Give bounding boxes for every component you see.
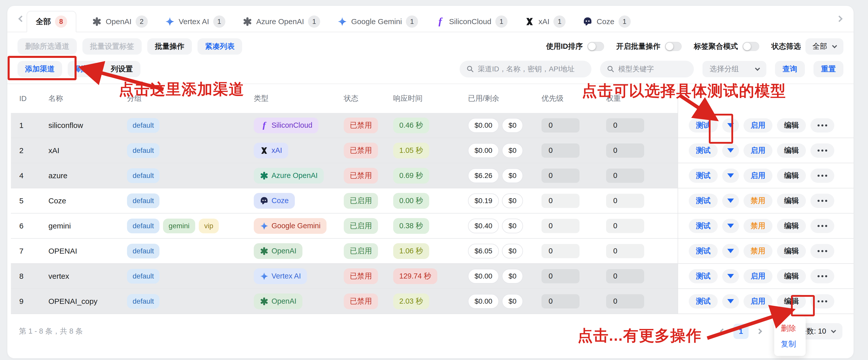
tab-xai[interactable]: xAI1 [516, 11, 574, 32]
tag-aggregate-toggle[interactable] [743, 42, 759, 51]
delete-selected-button[interactable]: 删除所选通道 [18, 38, 77, 55]
more-actions-button[interactable] [810, 194, 834, 208]
weight-value[interactable]: 0 [606, 194, 644, 208]
response-time-badge[interactable]: 0.38 秒 [393, 218, 429, 234]
used-quota-pill: $0.00 [468, 269, 499, 284]
test-model-caret-button[interactable] [722, 194, 739, 208]
tab-全部[interactable]: 全部8 [27, 11, 76, 32]
more-actions-button[interactable] [810, 143, 834, 158]
disable-button[interactable]: 禁用 [744, 219, 772, 233]
menu-item-delete[interactable]: 删除 [774, 321, 806, 336]
disable-button[interactable]: 禁用 [744, 194, 772, 208]
row-actions: 测试 启用 编辑 [678, 138, 854, 163]
priority-value[interactable]: 0 [541, 143, 580, 158]
page-prev-button[interactable] [720, 329, 725, 334]
priority-value[interactable]: 0 [541, 219, 580, 233]
weight-value[interactable]: 0 [606, 143, 644, 158]
tab-coze[interactable]: Coze1 [574, 11, 639, 32]
weight-value[interactable]: 0 [606, 294, 644, 308]
test-button[interactable]: 测试 [689, 143, 718, 158]
compact-list-button[interactable]: 紧凑列表 [197, 38, 242, 55]
use-id-sort-toggle[interactable] [587, 42, 604, 51]
batch-set-tag-button[interactable]: 批量设置标签 [83, 38, 142, 55]
priority-value[interactable]: 0 [541, 269, 580, 283]
priority-value[interactable]: 0 [541, 118, 580, 133]
group-select[interactable]: 选择分组 [703, 61, 766, 77]
test-model-caret-button[interactable] [722, 169, 739, 183]
page-number-button[interactable]: 1 [734, 324, 749, 339]
response-time-badge[interactable]: 0.69 秒 [393, 168, 429, 184]
priority-value[interactable]: 0 [541, 294, 580, 308]
weight-value[interactable]: 0 [606, 118, 644, 133]
weight-value[interactable]: 0 [606, 169, 644, 183]
page-next-button[interactable] [756, 329, 762, 334]
batch-operations-button[interactable]: 批量操作 [147, 38, 192, 55]
priority-value[interactable]: 0 [541, 194, 580, 208]
test-button[interactable]: 测试 [689, 194, 718, 208]
enable-button[interactable]: 启用 [744, 118, 772, 133]
test-model-caret-button[interactable] [722, 219, 739, 233]
test-model-caret-button[interactable] [722, 294, 739, 308]
tab-siliconcloud[interactable]: fSiliconCloud1 [427, 11, 516, 32]
test-button[interactable]: 测试 [689, 219, 718, 233]
edit-button[interactable]: 编辑 [777, 169, 806, 183]
enable-button[interactable]: 启用 [744, 143, 772, 158]
weight-value[interactable]: 0 [606, 269, 644, 283]
tab-vertex-ai[interactable]: Vertex AI1 [156, 11, 234, 32]
enable-button[interactable]: 启用 [744, 169, 772, 183]
edit-button[interactable]: 编辑 [777, 219, 806, 233]
response-time-badge[interactable]: 0.00 秒 [393, 193, 429, 209]
enable-button[interactable]: 启用 [744, 294, 772, 308]
test-model-caret-button[interactable] [722, 244, 739, 258]
response-time-badge[interactable]: 1.05 秒 [393, 143, 429, 159]
response-time-badge[interactable]: 129.74 秒 [393, 268, 437, 284]
tabs-scroll-left-button[interactable] [17, 14, 27, 24]
test-button[interactable]: 测试 [689, 294, 718, 308]
edit-button[interactable]: 编辑 [777, 194, 806, 208]
priority-value[interactable]: 0 [541, 244, 580, 258]
table-row: 9 OPENAI_copy default OpenAI 已禁用 2.03 秒 … [11, 289, 854, 314]
channel-search-input[interactable] [460, 61, 591, 78]
ellipsis-icon [817, 225, 827, 227]
tab-google-gemini[interactable]: Google Gemini1 [329, 11, 427, 32]
test-model-caret-button[interactable] [722, 143, 739, 158]
tabs-scroll-right-button[interactable] [834, 14, 844, 24]
status-badge: 已启用 [344, 218, 378, 234]
query-button[interactable]: 查询 [775, 61, 805, 77]
priority-value[interactable]: 0 [541, 169, 580, 183]
reset-button[interactable]: 重置 [813, 61, 843, 77]
group-tag: default [127, 168, 159, 183]
test-button[interactable]: 测试 [689, 269, 718, 283]
more-actions-button[interactable] [810, 118, 834, 133]
tab-azure-openai[interactable]: Azure OpenAI1 [234, 11, 329, 32]
edit-button[interactable]: 编辑 [777, 143, 806, 158]
response-time-badge[interactable]: 1.06 秒 [393, 243, 429, 259]
channel-quota: $0.00 $0 [468, 118, 541, 133]
caret-down-icon [727, 224, 734, 228]
more-actions-button[interactable] [810, 169, 834, 183]
test-button[interactable]: 测试 [689, 169, 718, 183]
ellipsis-icon [817, 149, 827, 151]
disable-button[interactable]: 禁用 [744, 244, 772, 258]
more-actions-button[interactable] [810, 269, 834, 283]
weight-value[interactable]: 0 [606, 219, 644, 233]
test-button[interactable]: 测试 [689, 244, 718, 258]
column-settings-button[interactable]: 列设置 [103, 61, 141, 77]
edit-button[interactable]: 编辑 [777, 269, 806, 283]
enable-button[interactable]: 启用 [744, 269, 772, 283]
edit-button[interactable]: 编辑 [777, 118, 806, 133]
row-actions: 测试 禁用 编辑 [678, 188, 854, 213]
status-badge: 已启用 [344, 193, 378, 209]
enable-batch-toggle[interactable] [665, 42, 682, 51]
response-time-badge[interactable]: 0.46 秒 [393, 117, 429, 133]
weight-value[interactable]: 0 [606, 244, 644, 258]
tab-openai[interactable]: OpenAI2 [84, 11, 156, 32]
response-time-badge[interactable]: 2.03 秒 [393, 294, 429, 309]
edit-button[interactable]: 编辑 [777, 244, 806, 258]
menu-item-copy[interactable]: 复制 [774, 336, 806, 352]
status-filter-select[interactable]: 全部 [805, 38, 843, 55]
more-actions-button[interactable] [810, 219, 834, 233]
more-actions-button[interactable] [810, 244, 834, 258]
type-pill: xAI [254, 143, 288, 159]
test-model-caret-button[interactable] [722, 269, 739, 283]
